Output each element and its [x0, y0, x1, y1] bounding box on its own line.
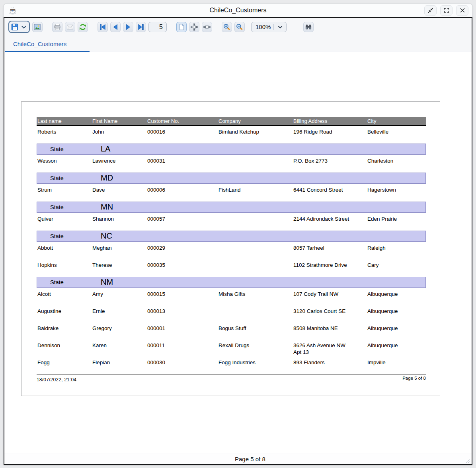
table-cell: Fogg Industries — [218, 357, 293, 374]
table-cell: Eden Prairie — [367, 213, 426, 230]
state-group-value: NM — [101, 278, 113, 287]
report-page-number: Page 5 of 8 — [402, 375, 426, 383]
table-cell: 000015 — [146, 288, 218, 305]
state-group-band: StateMD — [37, 173, 426, 184]
table-row: BaldrakeGregory000001Bogus Stuff8508 Man… — [37, 322, 426, 340]
save-menu-button[interactable] — [8, 21, 30, 33]
table-cell: Misha Gifts — [218, 288, 293, 305]
table-cell: Roberts — [37, 126, 92, 143]
fit-width-icon — [203, 23, 211, 31]
table-cell: 000057 — [146, 213, 218, 230]
table-cell: Belleville — [367, 126, 426, 143]
table-cell: Alcott — [37, 288, 92, 305]
table-cell: Lawrence — [92, 155, 146, 172]
tab-bar: ChileCo_Customers — [4, 36, 472, 52]
state-group-value: NC — [101, 231, 112, 241]
table-row: HopkinsTherese0000351102 Strathmore Driv… — [37, 259, 426, 276]
table-cell: 000016 — [146, 126, 218, 143]
table-cell: Hagerstown — [367, 184, 426, 201]
image-icon — [33, 23, 41, 31]
report-canvas: Last nameFirst NameCustomer No.CompanyBi… — [4, 52, 472, 454]
refresh-button[interactable] — [78, 22, 88, 32]
table-cell: Rexall Drugs — [218, 340, 293, 357]
table-cell: 000029 — [146, 242, 218, 259]
table-cell — [218, 213, 293, 230]
report-datetime: 18/07/2022, 21:04 — [37, 375, 76, 383]
page-number-input[interactable] — [148, 22, 167, 32]
next-page-icon — [124, 23, 132, 31]
previous-page-icon — [111, 23, 119, 31]
state-group-value: MN — [101, 202, 113, 212]
zoom-out-button[interactable] — [234, 22, 245, 32]
zoom-level-select[interactable]: 100% — [251, 22, 287, 32]
table-cell: 000013 — [146, 305, 218, 322]
table-cell: Ernie — [92, 305, 146, 322]
previous-page-button[interactable] — [110, 22, 121, 32]
column-header: Billing Address — [293, 118, 367, 124]
table-cell: 000006 — [146, 184, 218, 201]
state-group-label: State — [50, 204, 64, 210]
state-group-band: StateMN — [37, 202, 426, 213]
zoom-out-icon — [236, 23, 244, 31]
combo-divider — [273, 24, 274, 30]
state-group-label: State — [50, 233, 64, 239]
table-cell: Albuquerque — [367, 340, 426, 357]
status-page-text: Page 5 of 8 — [233, 456, 265, 462]
maximize-window-button[interactable] — [440, 5, 453, 16]
fit-width-button[interactable] — [202, 22, 212, 32]
state-group-label: State — [50, 175, 64, 181]
table-cell: John — [92, 126, 146, 143]
close-icon — [459, 7, 466, 14]
table-cell: Wesson — [37, 155, 92, 172]
resize-grip[interactable] — [466, 458, 471, 463]
export-image-button[interactable] — [32, 22, 43, 32]
table-cell — [218, 259, 293, 276]
table-cell: Strum — [37, 184, 92, 201]
window-controls — [424, 5, 468, 16]
table-cell: 000035 — [146, 259, 218, 276]
table-cell: Dave — [92, 184, 146, 201]
table-cell — [218, 305, 293, 322]
table-cell: Albuquerque — [367, 322, 426, 340]
report-viewer-window: ChileCo_Customers — [3, 3, 473, 465]
table-cell: 000031 — [146, 155, 218, 172]
close-window-button[interactable] — [456, 5, 468, 16]
state-group-value: LA — [101, 144, 110, 153]
table-cell: Quiver — [37, 213, 92, 230]
table-cell: Hopkins — [37, 259, 92, 276]
status-bar: Page 5 of 8 — [4, 454, 472, 464]
fit-page-button[interactable] — [189, 22, 199, 32]
table-row: AugustineErnie0000133120 Carlos Court SE… — [37, 305, 426, 322]
email-button[interactable] — [65, 22, 75, 32]
table-cell: Raleigh — [367, 242, 426, 259]
tab-chileco-customers[interactable]: ChileCo_Customers — [13, 41, 66, 47]
table-cell: Flepian — [92, 357, 146, 374]
single-page-view-button[interactable] — [176, 22, 187, 32]
table-cell: Gregory — [92, 322, 146, 340]
table-row: AbbottMeghan0000298057 TarheelRaleigh — [37, 242, 426, 259]
table-cell: FishLand — [218, 184, 293, 201]
table-cell: Karen — [92, 340, 146, 357]
next-page-button[interactable] — [123, 22, 133, 32]
chevron-down-icon — [20, 23, 28, 31]
restore-icon — [427, 7, 434, 14]
column-header: Last name — [37, 118, 92, 124]
zoom-in-button[interactable] — [222, 22, 232, 32]
print-button[interactable] — [52, 22, 62, 32]
state-group-label: State — [50, 279, 64, 285]
state-group-band: StateNM — [37, 277, 426, 288]
table-cell: 107 Cody Trail NW — [293, 288, 367, 305]
table-cell: 3120 Carlos Court SE — [293, 305, 367, 322]
table-cell: 3626 Ash Avenue NW Apt 13 — [293, 340, 367, 357]
table-cell: Augustine — [37, 305, 92, 322]
fit-page-icon — [190, 23, 198, 31]
last-page-button[interactable] — [136, 22, 146, 32]
find-button[interactable] — [303, 22, 314, 32]
first-page-button[interactable] — [98, 22, 108, 32]
table-row: RobertsJohn000016Bimland Ketchup196 Ridg… — [37, 126, 426, 143]
state-group-value: MD — [101, 173, 113, 183]
table-cell: 893 Flanders — [293, 357, 367, 374]
restore-window-button[interactable] — [424, 5, 437, 16]
table-cell: Fogg — [37, 357, 92, 374]
column-header: First Name — [92, 118, 146, 124]
